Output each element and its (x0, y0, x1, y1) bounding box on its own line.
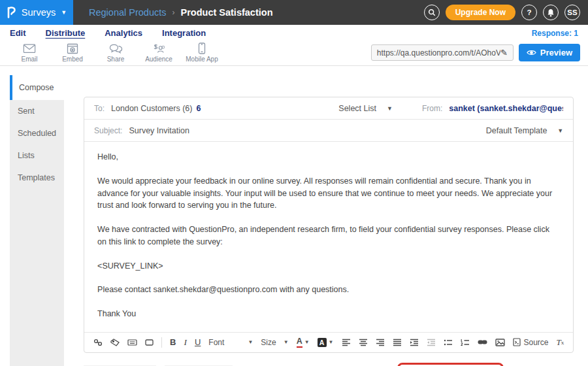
to-value[interactable]: London Customers (6) (111, 104, 192, 113)
hyperlink-icon (478, 339, 487, 345)
button-icon[interactable] (145, 339, 154, 346)
align-left-button[interactable] (342, 339, 351, 346)
body-paragraph: Thank You (97, 308, 560, 320)
avatar[interactable]: SS (564, 5, 580, 20)
help-button[interactable]: ? (521, 5, 537, 20)
remove-format-button[interactable]: Tx (557, 337, 564, 348)
breadcrumb: Regional Products › Product Satisfaction (89, 7, 273, 18)
response-count[interactable]: Response: 1 (532, 29, 578, 38)
align-center-button[interactable] (359, 339, 368, 346)
highlight-ring: Schedule Invitation (397, 363, 504, 366)
channel-label: Email (21, 56, 37, 63)
bullet-list-button[interactable] (444, 339, 453, 346)
channel-label: Audience (145, 56, 172, 63)
underline-button[interactable]: U (195, 337, 201, 347)
email-body-editor[interactable]: Hello, We would appreciate your feedback… (84, 142, 573, 320)
bullet-list-icon (444, 339, 453, 346)
size-dropdown[interactable]: Size ▼ (261, 338, 288, 347)
tab-integration[interactable]: Integration (162, 28, 206, 38)
source-button[interactable]: Source (513, 338, 549, 347)
text-color-button[interactable]: A ▼ (297, 337, 310, 348)
main-area: Compose Sent Scheduled Lists Templates T… (0, 66, 588, 366)
sidebar-item-scheduled[interactable]: Scheduled (10, 122, 64, 144)
outdent-button[interactable] (427, 339, 436, 346)
bold-button[interactable]: B (170, 337, 176, 347)
source-label: Source (524, 338, 549, 347)
channel-email[interactable]: Email (8, 43, 51, 63)
align-left-icon (342, 339, 351, 346)
chevron-down-icon: ▼ (284, 339, 289, 345)
link-icon[interactable] (93, 339, 103, 346)
font-dropdown[interactable]: Font ▼ (208, 338, 253, 347)
hyperlink-button[interactable] (478, 339, 487, 345)
image-button[interactable] (495, 339, 505, 346)
justify-button[interactable] (393, 339, 402, 346)
share-bubbles-icon (109, 43, 123, 54)
breadcrumb-survey-name: Product Satisfaction (181, 7, 273, 18)
schedule-row: 12/31/2019 11 : 45 PM ✎ (GMT-07:00) Paci… (84, 363, 574, 366)
recipient-count[interactable]: 6 (196, 104, 201, 113)
questionpro-logo-icon (7, 6, 16, 19)
keyboard-icon[interactable] (127, 339, 137, 346)
email-envelope-icon (23, 43, 36, 54)
channel-share[interactable]: Share (94, 43, 137, 63)
body-paragraph: <SURVEY_LINK> (97, 260, 560, 273)
tab-analytics[interactable]: Analytics (105, 28, 142, 38)
numbered-list-button[interactable] (461, 339, 470, 346)
remove-format-sub: x (561, 339, 564, 346)
outdent-icon (427, 339, 436, 346)
select-list-dropdown[interactable]: Select List ▼ (338, 104, 393, 113)
channel-label: Share (107, 56, 125, 63)
preview-button[interactable]: Preview (519, 44, 580, 61)
tab-edit[interactable]: Edit (10, 28, 26, 38)
questionpro-logo-menu[interactable]: Surveys ▼ (0, 0, 73, 25)
notifications-button[interactable] (543, 5, 559, 20)
chevron-down-icon: ▼ (387, 105, 393, 112)
sidebar-item-lists[interactable]: Lists (10, 144, 64, 167)
breadcrumb-folder-link[interactable]: Regional Products (89, 7, 167, 18)
upgrade-now-button[interactable]: Upgrade Now (446, 5, 515, 20)
subject-label: Subject: (94, 126, 122, 135)
body-paragraph: Please contact sanket.shekdar@questionpr… (97, 284, 560, 296)
source-icon (513, 338, 521, 346)
indent-button[interactable] (410, 339, 419, 346)
justify-icon (393, 339, 402, 346)
chevron-down-icon: ▼ (304, 339, 310, 345)
tag-icon[interactable] (110, 339, 120, 346)
from-value[interactable]: sanket (sanket.shekdar@ques... (449, 104, 563, 113)
breadcrumb-separator: › (172, 8, 175, 17)
channel-mobile-app[interactable]: Mobile App (180, 42, 223, 63)
to-label: To: (94, 104, 105, 113)
audience-dollar-icon (152, 43, 165, 54)
channel-audience[interactable]: Audience (137, 43, 180, 63)
edit-url-icon[interactable]: ✎ (500, 48, 508, 58)
sidebar-item-templates[interactable]: Templates (10, 167, 64, 189)
compose-content: To: London Customers (6) 6 Select List ▼… (64, 66, 588, 366)
search-button[interactable] (424, 5, 440, 20)
sidebar-item-compose[interactable]: Compose (10, 75, 64, 100)
image-icon (495, 339, 505, 346)
bg-color-button[interactable]: A ▼ (318, 338, 334, 347)
editor-toolbar: B I U Font ▼ Size ▼ A ▼ A ▼ (84, 332, 573, 352)
body-paragraph: Hello, (97, 151, 560, 163)
body-paragraph: We have contracted with QuestionPro, an … (97, 224, 560, 248)
sidebar-item-sent[interactable]: Sent (10, 100, 64, 122)
italic-button[interactable]: I (184, 337, 187, 348)
chevron-down-icon: ▼ (248, 339, 253, 345)
tab-distribute[interactable]: Distribute (46, 28, 86, 38)
numbered-list-icon (461, 339, 470, 346)
channel-label: Embed (62, 56, 83, 63)
channel-embed[interactable]: Embed (51, 43, 94, 63)
to-row: To: London Customers (6) 6 Select List ▼… (84, 97, 573, 120)
template-dropdown[interactable]: Default Template ▼ (486, 126, 564, 135)
distribute-channels-bar: Email Embed Share Audience Mobile App ht… (0, 40, 588, 66)
chevron-down-icon: ▼ (61, 9, 67, 16)
survey-url-field[interactable]: https://qa.questionpro.com/t/AOhoVZfqml … (371, 44, 514, 61)
subject-value[interactable]: Survey Invitation (129, 126, 189, 135)
top-header: Surveys ▼ Regional Products › Product Sa… (0, 0, 588, 25)
mobile-phone-icon (198, 42, 206, 54)
align-right-button[interactable] (376, 339, 385, 346)
surveys-menu-label: Surveys (22, 7, 56, 18)
subject-row: Subject: Survey Invitation Default Templ… (84, 120, 573, 142)
align-right-icon (376, 339, 385, 346)
